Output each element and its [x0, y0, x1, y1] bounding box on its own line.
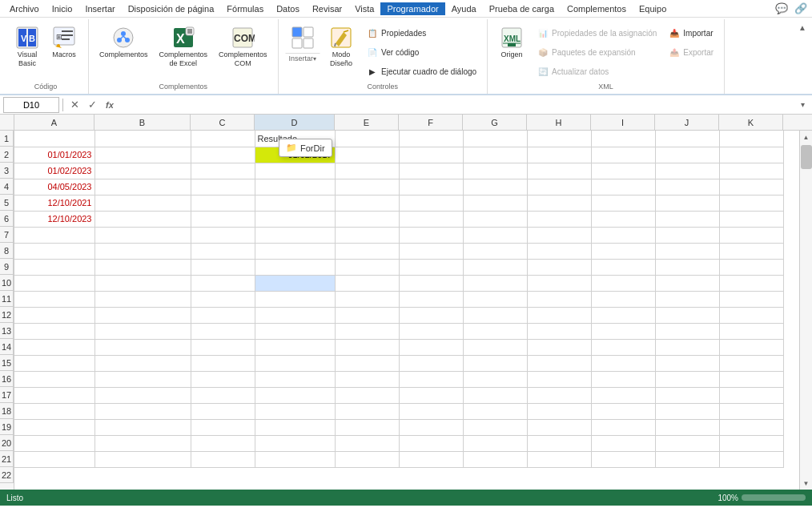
row-header-9[interactable]: 9: [0, 259, 14, 275]
col-header-a[interactable]: A: [14, 115, 94, 131]
cell-h5[interactable]: [527, 195, 591, 211]
cell-g3[interactable]: [463, 163, 527, 179]
cancel-formula-button[interactable]: ✕: [66, 97, 82, 113]
cell-h1[interactable]: [527, 131, 591, 147]
zoom-slider[interactable]: [742, 494, 806, 501]
complementos-button[interactable]: Complementos: [95, 22, 152, 61]
row-header-14[interactable]: 14: [0, 339, 14, 355]
cell-b1[interactable]: [94, 131, 191, 147]
formula-input[interactable]: [119, 97, 794, 113]
menu-archivo[interactable]: Archivo: [3, 2, 46, 15]
row-header-15[interactable]: 15: [0, 355, 14, 371]
propiedades-button[interactable]: 📋 Propiedades: [362, 24, 480, 42]
col-header-h[interactable]: H: [527, 115, 591, 131]
row-header-12[interactable]: 12: [0, 307, 14, 323]
cell-d4[interactable]: [255, 179, 335, 195]
origen-button[interactable]: XML Origen: [494, 22, 529, 61]
row-header-22[interactable]: 22: [0, 467, 14, 483]
cell-f6[interactable]: [399, 211, 463, 227]
cell-a3[interactable]: 01/02/2023: [14, 163, 94, 179]
col-header-k[interactable]: K: [719, 115, 783, 131]
row-header-16[interactable]: 16: [0, 371, 14, 387]
menu-insertar[interactable]: Insertar: [78, 2, 121, 15]
exportar-button[interactable]: 📤 Exportar: [664, 43, 718, 61]
cell-e5[interactable]: [335, 195, 399, 211]
cell-j4[interactable]: [655, 179, 719, 195]
cell-c4[interactable]: [191, 179, 255, 195]
cell-f2[interactable]: [399, 147, 463, 163]
cell-a7[interactable]: [14, 227, 94, 243]
cell-k4[interactable]: [719, 179, 783, 195]
cell-a4[interactable]: 04/05/2023: [14, 179, 94, 195]
cell-e6[interactable]: [335, 211, 399, 227]
menu-vista[interactable]: Vista: [348, 2, 380, 15]
row-header-19[interactable]: 19: [0, 419, 14, 435]
row-header-3[interactable]: 3: [0, 163, 14, 179]
scroll-thumb-vertical[interactable]: [801, 145, 812, 169]
menu-inicio[interactable]: Inicio: [46, 2, 79, 15]
cell-c3[interactable]: [191, 163, 255, 179]
cell-i5[interactable]: [591, 195, 655, 211]
row-header-8[interactable]: 8: [0, 243, 14, 259]
cell-g5[interactable]: [463, 195, 527, 211]
ver-codigo-button[interactable]: 📄 Ver código: [362, 43, 480, 61]
complementos-com-button[interactable]: COM ComplementosCOM: [215, 22, 271, 71]
share-icon[interactable]: 🔗: [793, 1, 809, 17]
cell-i3[interactable]: [591, 163, 655, 179]
cell-f3[interactable]: [399, 163, 463, 179]
cell-d10[interactable]: [255, 275, 335, 291]
grid-scroll[interactable]: Resultado 01/01/2023: [14, 131, 799, 490]
menu-formulas[interactable]: Fórmulas: [220, 2, 270, 15]
propiedades-asignacion-button[interactable]: 📊 Propiedades de la asignación: [533, 24, 661, 42]
cell-f5[interactable]: [399, 195, 463, 211]
cell-c2[interactable]: [191, 147, 255, 163]
row-header-6[interactable]: 6: [0, 211, 14, 227]
cell-i2[interactable]: [591, 147, 655, 163]
row-header-10[interactable]: 10: [0, 275, 14, 291]
confirm-formula-button[interactable]: ✓: [84, 97, 100, 113]
cell-g1[interactable]: [463, 131, 527, 147]
scroll-up-button[interactable]: ▲: [800, 131, 813, 143]
cell-j1[interactable]: [655, 131, 719, 147]
vertical-scrollbar[interactable]: ▲ ▼: [799, 131, 812, 490]
cell-k6[interactable]: [719, 211, 783, 227]
name-box[interactable]: [3, 97, 59, 113]
row-header-17[interactable]: 17: [0, 387, 14, 403]
cell-b5[interactable]: [94, 195, 191, 211]
formula-expand-button[interactable]: ▾: [796, 97, 809, 113]
cell-k3[interactable]: [719, 163, 783, 179]
paquetes-button[interactable]: 📦 Paquetes de expansión: [533, 43, 661, 61]
cell-d6[interactable]: [255, 211, 335, 227]
insert-function-button[interactable]: fx: [102, 97, 118, 113]
row-header-13[interactable]: 13: [0, 323, 14, 339]
cell-a1[interactable]: [14, 131, 94, 147]
row-header-20[interactable]: 20: [0, 435, 14, 451]
cell-h4[interactable]: [527, 179, 591, 195]
col-header-j[interactable]: J: [655, 115, 719, 131]
visual-basic-button[interactable]: V B VisualBasic: [10, 22, 45, 71]
cell-c1[interactable]: [191, 131, 255, 147]
cell-a10[interactable]: [14, 275, 94, 291]
cell-h6[interactable]: [527, 211, 591, 227]
cell-d3[interactable]: [255, 163, 335, 179]
cell-e3[interactable]: [335, 163, 399, 179]
cell-i1[interactable]: [591, 131, 655, 147]
row-header-7[interactable]: 7: [0, 227, 14, 243]
col-header-e[interactable]: E: [335, 115, 399, 131]
importar-button[interactable]: 📥 Importar: [664, 24, 718, 42]
col-header-c[interactable]: C: [191, 115, 255, 131]
chat-icon[interactable]: 💬: [774, 1, 790, 17]
menu-disposicion[interactable]: Disposición de página: [122, 2, 221, 15]
macros-button[interactable]: ⊞ Macros: [46, 22, 82, 61]
cell-a5[interactable]: 12/10/2021: [14, 195, 94, 211]
cell-e2[interactable]: [335, 147, 399, 163]
cell-a9[interactable]: [14, 259, 94, 275]
cell-k1[interactable]: [719, 131, 783, 147]
cell-h2[interactable]: [527, 147, 591, 163]
col-header-d[interactable]: D: [255, 115, 335, 131]
cell-b2[interactable]: [94, 147, 191, 163]
cell-g2[interactable]: [463, 147, 527, 163]
cell-k5[interactable]: [719, 195, 783, 211]
menu-complementos[interactable]: Complementos: [561, 2, 633, 15]
modo-diseno-button[interactable]: ModoDiseño: [324, 22, 359, 71]
